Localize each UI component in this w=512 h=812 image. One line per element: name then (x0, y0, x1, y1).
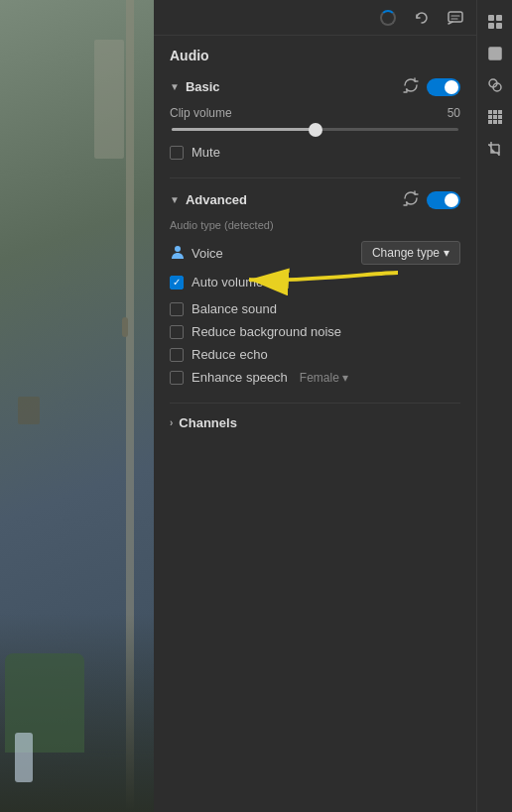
channels-divider (170, 403, 460, 404)
advanced-toggle[interactable] (427, 191, 460, 209)
loading-icon (375, 5, 401, 31)
basic-section: ▼ Basic (170, 77, 460, 162)
reduce-bg-noise-row[interactable]: Reduce background noise (170, 322, 460, 341)
top-toolbar (154, 0, 476, 36)
basic-header-left[interactable]: ▼ Basic (170, 79, 220, 94)
reduce-bg-noise-label: Reduce background noise (192, 324, 341, 339)
basic-toggle[interactable] (427, 78, 460, 96)
svg-rect-20 (498, 115, 502, 119)
change-type-chevron-icon: ▾ (444, 246, 449, 260)
svg-rect-17 (498, 110, 502, 114)
volume-slider[interactable] (170, 128, 460, 131)
left-video-panel (0, 0, 154, 812)
panel-title: Audio (170, 48, 460, 63)
reduce-echo-checkbox[interactable] (170, 348, 184, 362)
enhance-speech-row[interactable]: Enhance speech Female ▾ (170, 368, 460, 387)
basic-label: Basic (186, 79, 220, 94)
grid-view-icon[interactable] (481, 8, 509, 36)
reduce-bg-noise-checkbox[interactable] (170, 325, 184, 339)
change-type-button[interactable]: Change type ▾ (361, 241, 460, 265)
reduce-echo-label: Reduce echo (192, 347, 268, 362)
advanced-chevron-icon: ▼ (170, 194, 180, 205)
right-icon-bar (476, 0, 512, 812)
svg-rect-7 (496, 15, 502, 21)
mute-row[interactable]: Mute (170, 143, 460, 162)
svg-rect-0 (448, 12, 462, 22)
advanced-header-left[interactable]: ▼ Advanced (170, 192, 247, 207)
voice-person-icon (170, 244, 186, 263)
audio-type-detected-label: Audio type (detected) (170, 219, 460, 231)
balance-sound-checkbox[interactable] (170, 302, 184, 316)
voice-type-left: Voice (170, 244, 223, 263)
mosaic-icon[interactable] (481, 103, 509, 131)
audio-type-row: Voice Change type ▾ (170, 241, 460, 265)
enhance-speech-checkbox[interactable] (170, 371, 184, 385)
slider-track (172, 128, 458, 131)
advanced-label: Advanced (186, 192, 247, 207)
svg-rect-15 (488, 110, 492, 114)
auto-volume-checkbox[interactable] (170, 276, 184, 290)
undo-icon[interactable] (409, 5, 435, 31)
svg-rect-23 (498, 120, 502, 124)
slider-thumb[interactable] (309, 123, 322, 137)
svg-rect-22 (493, 120, 497, 124)
basic-chevron-icon: ▼ (170, 81, 180, 92)
svg-rect-6 (488, 15, 494, 21)
enhance-dropdown-value: Female (300, 371, 339, 385)
advanced-header-right (403, 190, 460, 209)
clip-volume-value: 50 (448, 106, 460, 120)
svg-rect-16 (493, 110, 497, 114)
slider-fill (172, 128, 316, 131)
panel-content: Audio ▼ Basic (154, 0, 476, 442)
clip-volume-row: Clip volume 50 (170, 106, 460, 120)
video-thumbnail (0, 0, 154, 812)
change-type-label: Change type (372, 246, 440, 260)
basic-section-header: ▼ Basic (170, 77, 460, 96)
crop-icon[interactable] (481, 135, 509, 163)
channels-chevron-icon: › (170, 417, 173, 428)
effects-icon[interactable] (481, 71, 509, 99)
basic-reset-icon[interactable] (403, 77, 419, 96)
enhance-speech-label: Enhance speech (192, 370, 288, 385)
basic-header-right (403, 77, 460, 96)
svg-rect-9 (496, 23, 502, 29)
svg-rect-8 (488, 23, 494, 29)
transform-icon[interactable] (481, 40, 509, 67)
channels-label: Channels (179, 415, 237, 430)
comment-icon[interactable] (443, 5, 468, 31)
channels-header[interactable]: › Channels (170, 415, 460, 430)
arrow-annotation-container: Auto volume (170, 273, 460, 291)
enhance-speech-dropdown[interactable]: Female ▾ (300, 371, 348, 385)
mute-checkbox[interactable] (170, 146, 184, 160)
section-divider (170, 177, 460, 178)
svg-rect-18 (488, 115, 492, 119)
svg-point-4 (175, 246, 181, 252)
mute-label: Mute (192, 145, 220, 160)
advanced-section-header: ▼ Advanced (170, 190, 460, 209)
channels-section: › Channels (170, 415, 460, 430)
advanced-reset-icon[interactable] (403, 190, 419, 209)
balance-sound-label: Balance sound (192, 301, 277, 316)
audio-properties-panel: Audio ▼ Basic (154, 0, 476, 812)
enhance-dropdown-chevron-icon: ▾ (342, 371, 348, 385)
svg-rect-19 (493, 115, 497, 119)
auto-volume-label: Auto volume (192, 275, 263, 290)
svg-rect-21 (488, 120, 492, 124)
voice-label: Voice (192, 246, 223, 261)
balance-sound-row[interactable]: Balance sound (170, 299, 460, 318)
advanced-section: ▼ Advanced (170, 190, 460, 387)
reduce-echo-row[interactable]: Reduce echo (170, 345, 460, 364)
audio-panel-body: Audio ▼ Basic (154, 36, 476, 442)
clip-volume-label: Clip volume (170, 106, 232, 120)
auto-volume-row[interactable]: Auto volume (170, 273, 460, 291)
